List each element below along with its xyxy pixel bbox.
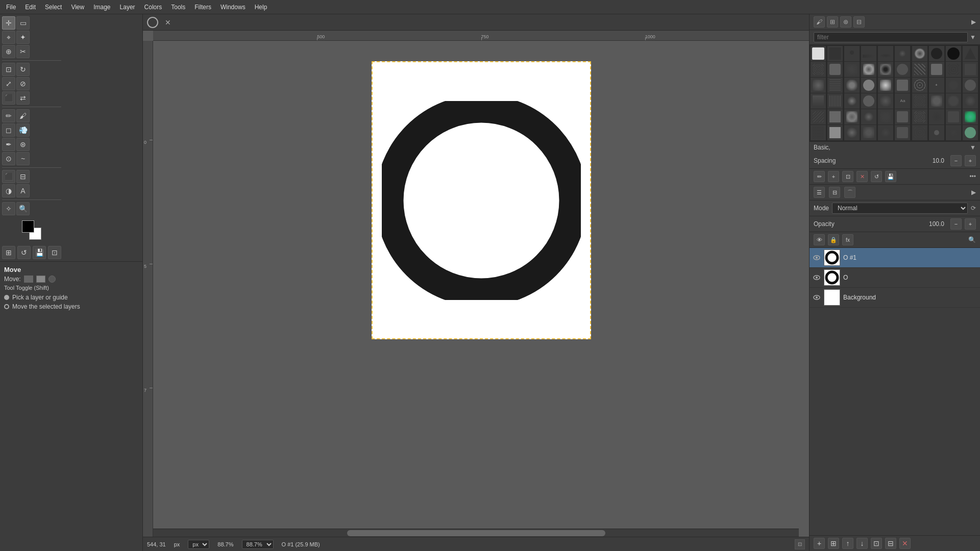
menu-image[interactable]: Image — [89, 3, 114, 12]
brush-item[interactable] — [878, 62, 893, 77]
brush-filter-input[interactable] — [814, 32, 968, 42]
brush-item[interactable] — [827, 46, 843, 61]
clone-tool[interactable]: ⊙ — [2, 152, 15, 165]
delete-brush-btn[interactable]: ✕ — [856, 171, 868, 182]
brush-item[interactable]: Aa — [895, 93, 910, 109]
canvas-close-btn[interactable]: ✕ — [162, 17, 174, 28]
new-layer-btn[interactable]: ⊞ — [2, 246, 15, 259]
duplicate-brush-btn[interactable]: ⊡ — [842, 171, 853, 182]
brush-item[interactable] — [861, 109, 876, 124]
brush-item[interactable] — [844, 46, 860, 61]
perspective-tool[interactable]: ⬛ — [2, 91, 15, 105]
brush-item[interactable] — [878, 109, 893, 124]
refresh-brushes-btn[interactable]: ↺ — [871, 171, 882, 182]
new-brush-btn[interactable]: + — [828, 171, 839, 182]
brush-item[interactable] — [827, 62, 843, 77]
menu-select[interactable]: Select — [41, 3, 66, 12]
brush-item[interactable] — [912, 46, 927, 61]
brush-item[interactable] — [861, 125, 876, 140]
brush-item[interactable] — [929, 46, 944, 61]
scissors-tool[interactable]: ✂ — [16, 45, 30, 58]
edit-brush-btn[interactable]: ✏ — [814, 171, 825, 182]
brush-item[interactable] — [946, 62, 961, 77]
menu-tools[interactable]: Tools — [167, 3, 189, 12]
brush-item[interactable] — [827, 109, 843, 124]
brush-item[interactable] — [912, 93, 927, 109]
brush-item[interactable] — [912, 78, 927, 93]
pencil-tool[interactable]: ✏ — [2, 109, 15, 122]
option2-radio[interactable] — [4, 304, 9, 309]
spacing-decrease[interactable]: − — [950, 155, 962, 166]
layer-item-0[interactable]: O #1 — [810, 248, 980, 268]
brush-item[interactable] — [844, 125, 860, 140]
brush-item[interactable] — [861, 78, 876, 93]
brush-item[interactable] — [811, 46, 826, 61]
eraser-tool[interactable]: ◻ — [2, 123, 15, 137]
spacing-increase[interactable]: + — [965, 155, 976, 166]
brush-item[interactable] — [895, 62, 910, 77]
brush-item[interactable] — [963, 78, 978, 93]
layer-visibility-0[interactable] — [813, 254, 821, 262]
menu-filters[interactable]: Filters — [190, 3, 215, 12]
grid-icon[interactable]: ⊞ — [827, 16, 838, 28]
merge-layers-btn[interactable]: ⊟ — [885, 538, 896, 549]
text-tool[interactable]: A — [16, 184, 30, 197]
brush-item[interactable] — [963, 46, 978, 61]
select-by-color-tool[interactable]: ⊕ — [2, 45, 15, 58]
lower-layer-btn[interactable]: ↓ — [856, 538, 868, 549]
raise-layer-btn[interactable]: ↑ — [842, 538, 853, 549]
brush-item[interactable] — [963, 109, 978, 124]
brush-item[interactable] — [861, 62, 876, 77]
rotate-tool[interactable]: ↻ — [16, 63, 30, 76]
menu-view[interactable]: View — [67, 3, 88, 12]
dynamics-icon[interactable]: ⊛ — [840, 16, 851, 28]
brush-item[interactable] — [811, 78, 826, 93]
move-tool[interactable]: ✛ — [2, 16, 15, 30]
blend-tool[interactable]: ⊟ — [16, 170, 30, 183]
foreground-color[interactable] — [22, 220, 34, 233]
shear-tool[interactable]: ⊘ — [16, 77, 30, 90]
brush-item[interactable] — [878, 93, 893, 109]
layers-tab[interactable]: ☰ — [814, 187, 825, 198]
brush-item[interactable] — [963, 62, 978, 77]
mode-extra-btn[interactable]: ⟳ — [971, 205, 976, 212]
brush-item[interactable] — [929, 125, 944, 140]
layer-item-2[interactable]: Background — [810, 288, 980, 308]
brush-item[interactable]: + — [929, 78, 944, 93]
new-group-btn[interactable]: ⊞ — [828, 538, 839, 549]
brush-item[interactable] — [878, 125, 893, 140]
brush-item[interactable] — [929, 109, 944, 124]
channels-tab[interactable]: ⊟ — [829, 187, 840, 198]
smudge-tool[interactable]: ~ — [16, 152, 30, 165]
path-tool[interactable]: ✧ — [2, 202, 15, 215]
brush-item[interactable] — [946, 78, 961, 93]
brush-item[interactable] — [946, 46, 961, 61]
filter-dropdown-arrow[interactable]: ▼ — [970, 34, 976, 41]
brush-item[interactable] — [844, 109, 860, 124]
brush-icon[interactable]: 🖌 — [814, 16, 825, 28]
duplicate-layer-btn[interactable]: ⊡ — [871, 538, 882, 549]
brush-item[interactable] — [811, 125, 826, 140]
mode-select[interactable]: Normal — [832, 203, 968, 214]
brush-item[interactable] — [912, 109, 927, 124]
brush-item[interactable] — [844, 78, 860, 93]
more-btn[interactable]: ••• — [969, 173, 976, 180]
brush-item[interactable] — [912, 125, 927, 140]
brush-item[interactable] — [861, 46, 876, 61]
option1-radio[interactable] — [4, 295, 9, 300]
bucket-tool[interactable]: ⬛ — [2, 170, 15, 183]
brush-item[interactable] — [895, 125, 910, 140]
brush-item[interactable] — [827, 78, 843, 93]
menu-layer[interactable]: Layer — [116, 3, 139, 12]
brush-item[interactable] — [895, 46, 910, 61]
units-select[interactable]: px — [188, 540, 209, 549]
select-rect-tool[interactable]: ▭ — [16, 16, 30, 30]
brush-item[interactable] — [929, 93, 944, 109]
brush-item[interactable] — [844, 62, 860, 77]
dodge-tool[interactable]: ◑ — [2, 184, 15, 197]
zoom-tool[interactable]: 🔍 — [16, 202, 30, 215]
brush-item[interactable] — [878, 78, 893, 93]
brush-item[interactable] — [895, 78, 910, 93]
brush-item[interactable] — [963, 93, 978, 109]
opacity-increase[interactable]: + — [965, 218, 976, 230]
